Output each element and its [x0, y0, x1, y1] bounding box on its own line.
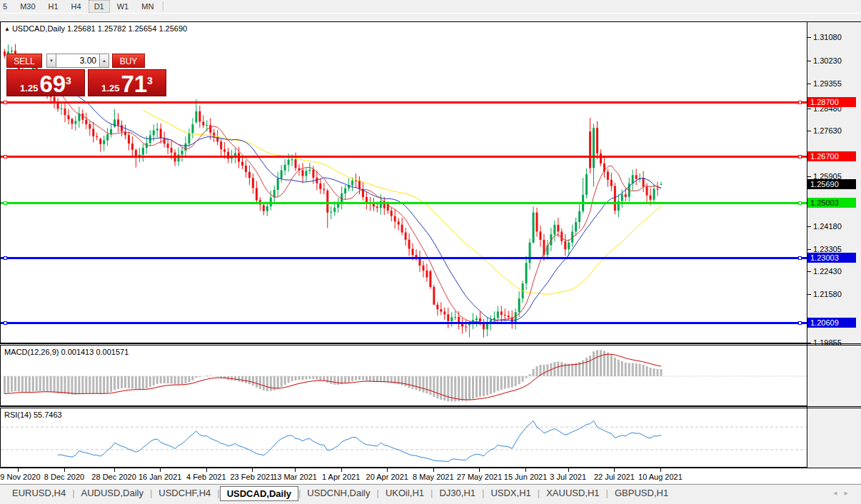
price-level-label: 1.25003: [807, 198, 856, 208]
buy-price-prefix: 1.25: [101, 83, 119, 94]
chart-tab-usdcnh-daily[interactable]: USDCNH,Daily: [301, 486, 376, 500]
sell-button[interactable]: SELL: [6, 54, 42, 68]
date-tick-label: 15 Jun 2021: [504, 473, 548, 481]
date-tick-label: 16 Jan 2021: [139, 473, 182, 481]
line-handle[interactable]: [798, 256, 802, 260]
date-axis: 19 Nov 20208 Dec 202028 Dec 202016 Jan 2…: [0, 468, 861, 483]
price-level-label: 1.25690: [807, 179, 856, 189]
price-tick-label: 1.31080: [813, 33, 842, 41]
date-tick: [252, 468, 253, 472]
chart-title: ▲USDCAD,Daily 1.25681 1.25782 1.25654 1.…: [4, 24, 187, 33]
date-tick-label: 23 Feb 2021: [231, 473, 275, 481]
chart-tab-usdx-h1[interactable]: USDX,H1: [484, 486, 537, 500]
chart-tab-eurusd-h4[interactable]: EURUSD,H4: [6, 486, 72, 500]
price-tick: [807, 271, 811, 272]
date-tick-label: 8 May 2021: [413, 473, 453, 481]
sell-price-main: 69: [39, 75, 66, 94]
chart-tab-bar: EURUSD,H4|AUDUSD,Daily|USDCHF,H4|USDCAD,…: [0, 484, 861, 504]
macd-indicator-panel[interactable]: MACD(12,26,9) 0.001413 0.001571: [0, 345, 807, 406]
line-handle[interactable]: [4, 101, 7, 104]
date-tick: [341, 468, 342, 472]
date-tick: [160, 468, 161, 472]
horizontal-level-line-1.267[interactable]: [1, 156, 807, 158]
panel-border-line: [0, 21, 861, 22]
buy-price-main: 71: [121, 75, 147, 94]
timeframe-button-d1[interactable]: D1: [89, 0, 110, 13]
buy-button[interactable]: BUY: [112, 54, 145, 68]
timeframe-button-w1[interactable]: W1: [111, 0, 135, 13]
price-tick-label: 1.30230: [813, 56, 842, 65]
horizontal-level-line-1.25003[interactable]: [1, 202, 807, 204]
date-tick: [479, 468, 480, 472]
price-tick: [807, 249, 811, 250]
tab-scroll-right-icon[interactable]: ▸: [844, 488, 855, 497]
chart-tab-dj30-h1[interactable]: DJ30,H1: [433, 486, 482, 500]
date-tick: [18, 468, 19, 472]
toolbar-separator: [163, 1, 164, 11]
sell-price-pip: 3: [66, 70, 71, 91]
chart-tab-usdchf-h4[interactable]: USDCHF,H4: [152, 486, 217, 500]
timeframe-button-h1[interactable]: H1: [43, 0, 64, 13]
chart-tab-audusd-daily[interactable]: AUDUSD,Daily: [75, 486, 150, 500]
macd-title: MACD(12,26,9) 0.001413 0.001571: [4, 348, 129, 356]
date-tick: [387, 468, 388, 472]
line-handle[interactable]: [798, 155, 802, 158]
price-tick: [807, 294, 811, 295]
panel-border-line: [0, 408, 861, 408]
price-level-label: 1.28700: [807, 97, 856, 107]
horizontal-level-line-1.287[interactable]: [1, 101, 807, 104]
price-tick-label: 1.27630: [813, 126, 842, 135]
timeframe-button-h4[interactable]: H4: [66, 0, 87, 13]
rsi-indicator-panel[interactable]: RSI(14) 55.7463: [0, 408, 807, 468]
date-tick-label: 28 Dec 2020: [91, 473, 136, 481]
date-tick-label: 13 Mar 2021: [273, 473, 317, 481]
sell-price-box[interactable]: 1.25 69 3: [6, 69, 85, 96]
rsi-chart-canvas[interactable]: [1, 408, 807, 467]
line-handle[interactable]: [798, 201, 802, 205]
timeframe-button-m30[interactable]: M30: [14, 0, 41, 13]
price-tick: [807, 176, 811, 177]
date-tick: [114, 468, 115, 472]
buy-price-pip: 3: [147, 70, 153, 91]
date-tick-label: 20 Apr 2021: [366, 473, 408, 481]
date-tick-label: 8 Dec 2020: [44, 473, 84, 481]
tab-scroll-left-icon[interactable]: ◂: [833, 488, 845, 497]
price-tick-label: 1.29355: [813, 79, 842, 88]
price-tick-label: 1.24180: [813, 222, 842, 231]
line-handle[interactable]: [4, 201, 7, 205]
timeframe-button-5[interactable]: 5: [0, 0, 13, 13]
buy-price-box[interactable]: 1.25 71 3: [88, 69, 166, 96]
line-handle[interactable]: [4, 321, 7, 325]
line-handle[interactable]: [798, 321, 802, 325]
date-tick: [64, 468, 65, 472]
horizontal-level-line-1.20609[interactable]: [1, 322, 807, 324]
date-tick: [614, 468, 615, 472]
price-tick: [807, 61, 811, 61]
panel-border-line: [0, 406, 861, 407]
one-click-trading-widget: SELL ▼ 3.00 ▲ BUY 1.25 69 3 1.25 71 3: [6, 54, 166, 96]
line-handle[interactable]: [4, 155, 7, 158]
volume-increase-button[interactable]: ▲: [99, 54, 109, 68]
collapse-triangle-icon[interactable]: ▲: [4, 26, 10, 32]
panel-border-line: [0, 468, 861, 468]
price-tick: [807, 131, 811, 131]
chart-tab-ukoil-h1[interactable]: UKOil,H1: [379, 486, 430, 500]
price-axis-line: [807, 21, 807, 468]
date-tick: [525, 468, 526, 472]
chart-tab-gbpusd-h1[interactable]: GBPUSD,H1: [608, 486, 675, 500]
price-tick: [807, 84, 811, 84]
line-handle[interactable]: [798, 101, 802, 104]
volume-input[interactable]: 3.00: [56, 54, 99, 68]
sell-price-prefix: 1.25: [20, 83, 38, 94]
timeframe-button-mn[interactable]: MN: [136, 0, 159, 13]
chart-tab-xauusd-h1[interactable]: XAUUSD,H1: [540, 486, 605, 500]
date-tick-label: 22 Jul 2021: [594, 473, 635, 481]
volume-decrease-button[interactable]: ▼: [46, 54, 56, 68]
price-level-label: 1.23003: [807, 253, 856, 263]
line-handle[interactable]: [4, 256, 7, 260]
price-chart-panel[interactable]: ▲USDCAD,Daily 1.25681 1.25782 1.25654 1.…: [0, 21, 807, 343]
chart-tab-usdcad-daily[interactable]: USDCAD,Daily: [220, 486, 298, 501]
tab-scroll-arrows[interactable]: ◂▸: [833, 488, 855, 498]
timeframe-toolbar: 5M30H1H4D1W1MN: [0, 0, 861, 14]
horizontal-level-line-1.23003[interactable]: [1, 257, 807, 259]
